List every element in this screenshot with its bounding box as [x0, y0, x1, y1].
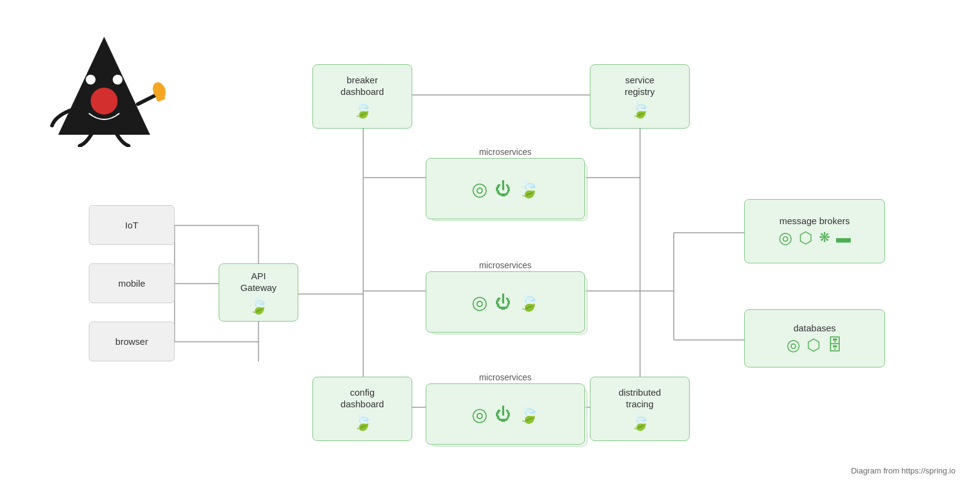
svg-point-25 — [113, 75, 123, 85]
microservices-bot-stack: ◎ ⏻ 🍃 — [426, 383, 585, 451]
power-icon-3: ⏻ — [495, 405, 511, 424]
api-gateway-box: APIGateway 🍃 — [219, 263, 298, 322]
mascot — [37, 24, 172, 147]
mobile-box: mobile — [89, 263, 175, 303]
atom-icon: ◎ — [472, 178, 488, 200]
message-brokers-label: message brokers — [779, 216, 850, 226]
config-dashboard-label: configdashboard — [341, 386, 384, 410]
databases-label: databases — [793, 323, 835, 333]
microservices-top-stack: ◎ ⏻ 🍃 — [426, 158, 585, 225]
iot-label: IoT — [125, 220, 138, 230]
attribution: Diagram from https://spring.io — [851, 466, 956, 475]
iot-box: IoT — [89, 205, 175, 245]
leaf-icon: 🍃 — [518, 179, 540, 199]
diagram-container: IoT mobile browser APIGateway 🍃 breakerd… — [0, 0, 980, 490]
microservices-mid-stack: ◎ ⏻ 🍃 — [426, 271, 585, 339]
browser-label: browser — [115, 336, 148, 347]
api-gateway-label: APIGateway — [240, 270, 276, 294]
spring-leaf-icon-4: 🍃 — [630, 413, 650, 432]
leaf-icon-2: 🍃 — [518, 292, 540, 312]
databases-box: databases ◎ ⬡ 🗄 — [744, 309, 885, 368]
svg-point-24 — [86, 75, 96, 85]
rabbit-icon-mb: ▬ — [836, 229, 851, 246]
svg-point-23 — [91, 88, 118, 115]
leaf-icon-3: 🍃 — [518, 404, 540, 424]
microservices-top-label: microservices — [426, 147, 585, 157]
spring-icon-db: ⬡ — [807, 336, 821, 355]
service-registry-label: serviceregistry — [625, 74, 655, 98]
atom-icon-2: ◎ — [472, 292, 488, 313]
message-brokers-icons: ◎ ⬡ ❋ ▬ — [778, 228, 851, 247]
db-icon: 🗄 — [827, 336, 843, 355]
message-brokers-box: message brokers ◎ ⬡ ❋ ▬ — [744, 199, 885, 263]
spring-leaf-icon: 🍃 — [249, 296, 268, 315]
config-dashboard-icons: 🍃 — [353, 413, 372, 432]
api-gateway-icons: 🍃 — [249, 296, 268, 315]
distributed-tracing-label: distributedtracing — [619, 386, 661, 410]
spring-leaf-icon-2: 🍃 — [630, 100, 650, 119]
breaker-dashboard-label: breakerdashboard — [341, 74, 384, 98]
atom-icon-3: ◎ — [472, 404, 488, 425]
config-dashboard-box: configdashboard 🍃 — [312, 377, 412, 441]
breaker-dashboard-box: breakerdashboard 🍃 — [312, 64, 412, 129]
breaker-dashboard-icons: 🍃 — [353, 100, 372, 119]
power-icon: ⏻ — [495, 179, 511, 198]
spring-icon-mb: ⬡ — [799, 228, 813, 247]
spring-leaf-icon-3: 🍃 — [353, 413, 372, 432]
browser-box: browser — [89, 322, 175, 361]
microservices-mid-label: microservices — [426, 260, 585, 270]
attribution-text: Diagram from https://spring.io — [851, 466, 956, 475]
distributed-tracing-box: distributedtracing 🍃 — [590, 377, 690, 441]
mobile-label: mobile — [118, 278, 145, 288]
distributed-tracing-icons: 🍃 — [630, 413, 650, 432]
atom-icon-db: ◎ — [786, 336, 801, 355]
power-icon-2: ⏻ — [495, 293, 511, 312]
databases-icons: ◎ ⬡ 🗄 — [786, 336, 843, 355]
spring-leaf-icon-1: 🍃 — [353, 100, 372, 119]
service-registry-icons: 🍃 — [630, 100, 650, 119]
service-registry-box: serviceregistry 🍃 — [590, 64, 690, 129]
kafka-icon-mb: ❋ — [819, 230, 830, 246]
microservices-bot-label: microservices — [426, 372, 585, 382]
atom-icon-mb: ◎ — [778, 228, 793, 247]
